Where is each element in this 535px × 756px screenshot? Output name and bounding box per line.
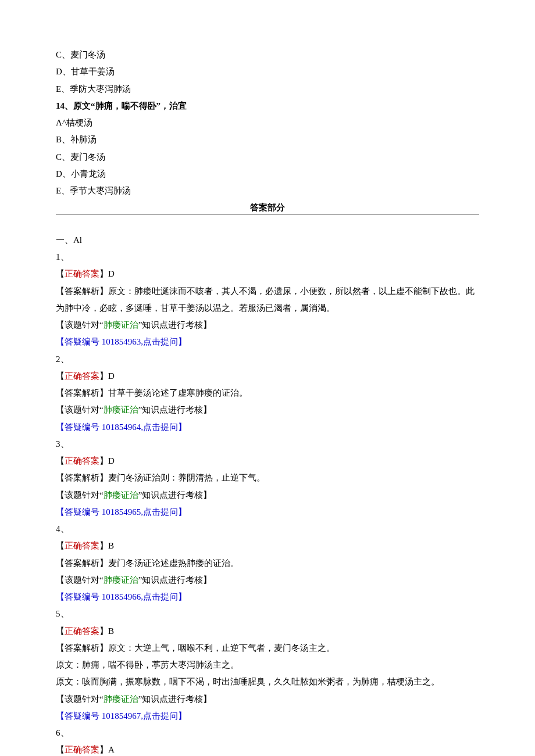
- topic-line: 【该题针对“肺痿证治”知识点进行考核】: [56, 572, 479, 589]
- topic-term: 肺痿证治: [104, 320, 138, 329]
- faq-bracket-close: 】: [178, 507, 187, 517]
- bracket-close: 】: [99, 626, 108, 636]
- bracket-open: 【: [56, 269, 65, 278]
- answer-block: 1、【正确答案】D【答案解析】原文：肺痿吐涎沫而不咳者，其人不渴，必遗尿，小便数…: [56, 249, 479, 351]
- faq-bracket-open: 【: [56, 507, 65, 517]
- explain-text: 麦门冬汤证论述虚热肺痿的证治。: [108, 558, 239, 568]
- correct-answer-value: D: [108, 371, 115, 381]
- faq-bracket-close: 】: [178, 422, 187, 432]
- topic-term: 肺痿证治: [104, 575, 138, 585]
- explain-prefix: 【答案解析】: [56, 388, 108, 397]
- q13-option-c: C、麦门冬汤: [56, 46, 479, 63]
- explain-prefix: 【答案解析】: [56, 558, 108, 568]
- faq-bracket-open: 【: [56, 592, 65, 601]
- faq-click-text: 点击提问: [143, 507, 178, 517]
- explain-prefix: 【答案解析】: [56, 286, 108, 296]
- topic-suffix: ”知识点进行考核】: [138, 320, 212, 329]
- correct-answer-value: D: [108, 456, 115, 465]
- document-page: C、麦门冬汤 D、甘草干姜汤 E、季防大枣泻肺汤 14、原文“肺痈，喘不得卧”，…: [0, 0, 535, 756]
- faq-link[interactable]: 【答疑编号 101854967,点击提问】: [56, 708, 479, 725]
- faq-link[interactable]: 【答疑编号 101854965,点击提问】: [56, 504, 479, 521]
- section-label: 一、Al: [56, 232, 479, 249]
- faq-click-text: 点击提问: [143, 711, 178, 721]
- explain-text: 麦门冬汤证治则：养阴清热，止逆下气。: [108, 473, 265, 482]
- q13-option-d: D、甘草干姜汤: [56, 63, 479, 80]
- faq-bracket-open: 【: [56, 337, 65, 346]
- bracket-open: 【: [56, 541, 65, 550]
- topic-line: 【该题针对“肺痿证治”知识点进行考核】: [56, 487, 479, 504]
- topic-prefix: 【该题针对“: [56, 575, 104, 585]
- bracket-open: 【: [56, 371, 65, 381]
- explain-text: 原文：肺痿吐涎沫而不咳者，其人不渴，必遗尿，小便数，所以然者，以上虚不能制下故也…: [56, 286, 475, 313]
- topic-prefix: 【该题针对“: [56, 405, 104, 414]
- answer-number: 6、: [56, 725, 479, 741]
- bracket-close: 】: [99, 745, 108, 754]
- topic-term: 肺痿证治: [104, 694, 138, 704]
- explain-text: 甘草干姜汤论述了虚寒肺痿的证治。: [108, 388, 248, 397]
- faq-bracket-open: 【: [56, 422, 65, 432]
- faq-bracket-open: 【: [56, 711, 65, 721]
- correct-answer-line: 【正确答案】D: [56, 368, 479, 385]
- bracket-close: 】: [99, 269, 108, 278]
- answer-number: 3、: [56, 436, 479, 453]
- correct-answer-label: 正确答案: [65, 745, 99, 754]
- faq-id: 101854965: [102, 507, 141, 517]
- topic-prefix: 【该题针对“: [56, 320, 104, 329]
- topic-suffix: ”知识点进行考核】: [138, 405, 212, 414]
- correct-answer-line: 【正确答案】D: [56, 453, 479, 470]
- topic-line: 【该题针对“肺痿证治”知识点进行考核】: [56, 691, 479, 708]
- topic-suffix: ”知识点进行考核】: [138, 694, 212, 704]
- answer-number: 5、: [56, 605, 479, 622]
- correct-answer-value: D: [108, 269, 115, 278]
- faq-label: 答疑编号: [65, 422, 99, 432]
- answer-explanation: 【答案解析】原文：大逆上气，咽喉不利，止逆下气者，麦门冬汤主之。: [56, 640, 479, 657]
- explain-text: 原文：大逆上气，咽喉不利，止逆下气者，麦门冬汤主之。: [108, 643, 335, 653]
- topic-prefix: 【该题针对“: [56, 694, 104, 704]
- correct-answer-label: 正确答案: [65, 456, 99, 465]
- faq-label: 答疑编号: [65, 711, 99, 721]
- answer-explanation: 【答案解析】甘草干姜汤论述了虚寒肺痿的证治。: [56, 385, 479, 402]
- explain-prefix: 【答案解析】: [56, 473, 108, 482]
- bracket-open: 【: [56, 456, 65, 465]
- bracket-open: 【: [56, 745, 65, 754]
- answer-block: 5、【正确答案】B【答案解析】原文：大逆上气，咽喉不利，止逆下气者，麦门冬汤主之…: [56, 605, 479, 725]
- correct-answer-label: 正确答案: [65, 371, 99, 381]
- faq-click-text: 点击提问: [143, 422, 178, 432]
- q14-option-d: D、小青龙汤: [56, 166, 479, 182]
- faq-link[interactable]: 【答疑编号 101854963,点击提问】: [56, 334, 479, 350]
- answer-number: 4、: [56, 521, 479, 538]
- answer-block: 3、【正确答案】D【答案解析】麦门冬汤证治则：养阴清热，止逆下气。【该题针对“肺…: [56, 436, 479, 521]
- answer-number: 1、: [56, 249, 479, 266]
- topic-term: 肺痿证治: [104, 405, 138, 414]
- faq-link[interactable]: 【答疑编号 101854964,点击提问】: [56, 419, 479, 436]
- faq-label: 答疑编号: [65, 507, 99, 517]
- answer-block: 4、【正确答案】B【答案解析】麦门冬汤证论述虚热肺痿的证治。【该题针对“肺痿证治…: [56, 521, 479, 605]
- correct-answer-line: 【正确答案】A: [56, 741, 479, 756]
- correct-answer-line: 【正确答案】B: [56, 538, 479, 554]
- correct-answer-value: B: [108, 626, 114, 636]
- q14-option-e: E、季节大枣泻肺汤: [56, 182, 479, 199]
- answer-block: 2、【正确答案】D【答案解析】甘草干姜汤论述了虚寒肺痿的证治。【该题针对“肺痿证…: [56, 351, 479, 436]
- bracket-open: 【: [56, 626, 65, 636]
- bracket-close: 】: [99, 456, 108, 465]
- answer-explanation: 【答案解析】麦门冬汤证治则：养阴清热，止逆下气。: [56, 470, 479, 486]
- answer-explanation-extra: 原文：肺痈，喘不得卧，葶苈大枣泻肺汤主之。: [56, 657, 479, 673]
- faq-click-text: 点击提问: [143, 337, 178, 346]
- correct-answer-label: 正确答案: [65, 626, 99, 636]
- topic-prefix: 【该题针对“: [56, 490, 104, 500]
- faq-link[interactable]: 【答疑编号 101854966,点击提问】: [56, 589, 479, 605]
- correct-answer-value: A: [108, 745, 115, 754]
- spacer: [56, 215, 479, 232]
- q13-option-e: E、季防大枣泻肺汤: [56, 81, 479, 98]
- faq-id: 101854967: [102, 711, 141, 721]
- answers-container: 1、【正确答案】D【答案解析】原文：肺痿吐涎沫而不咳者，其人不渴，必遗尿，小便数…: [56, 249, 479, 756]
- faq-bracket-close: 】: [178, 711, 187, 721]
- topic-line: 【该题针对“肺痿证治”知识点进行考核】: [56, 317, 479, 334]
- correct-answer-line: 【正确答案】D: [56, 266, 479, 282]
- answer-explanation: 【答案解析】麦门冬汤证论述虚热肺痿的证治。: [56, 555, 479, 572]
- faq-label: 答疑编号: [65, 337, 99, 346]
- faq-bracket-close: 】: [178, 337, 187, 346]
- answer-number: 2、: [56, 351, 479, 368]
- answer-block: 6、【正确答案】A【答案解析】原文：咳而胸满，振寒脉数，咽干不渴，时出浊唾腥臭，…: [56, 725, 479, 756]
- faq-id: 101854966: [102, 592, 141, 601]
